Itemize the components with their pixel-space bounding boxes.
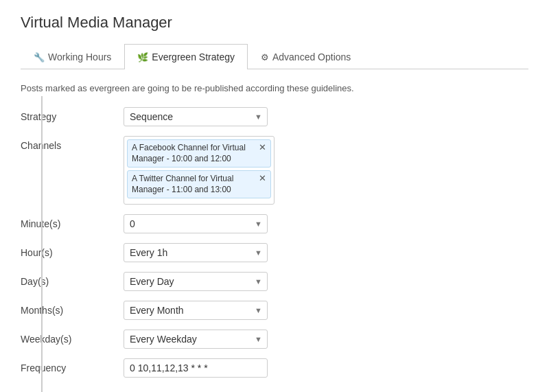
strategy-label: Strategy [21,107,110,122]
hours-control: Every 1h Every 2h Every 3h Every 6h Ever… [124,243,274,262]
page-container: Virtual Media Manager 🔧 Working Hours 🌿 … [0,0,549,391]
hours-select-wrapper: Every 1h Every 2h Every 3h Every 6h Ever… [124,243,268,262]
channels-label: Channels [21,136,110,151]
tab-evergreen-strategy-label: Evergreen Strategy [152,51,235,62]
days-select-wrapper: Every Day Monday Tuesday Wednesday Thurs… [124,272,268,291]
days-row: Day(s) Every Day Monday Tuesday Wednesda… [21,272,528,291]
weekdays-select[interactable]: Every Weekday Monday Tuesday Wednesday T… [124,330,268,349]
tab-working-hours-label: Working Hours [48,51,111,62]
strategy-select-wrapper: Sequence Random ▼ [124,107,268,126]
channels-box: A Facebook Channel for Virtual Manager -… [124,136,274,205]
months-select[interactable]: Every Month January February March April… [124,301,268,320]
tabs-container: 🔧 Working Hours 🌿 Evergreen Strategy ⚙ A… [21,44,528,69]
channel-tag-twitter: A Twitter Channel for Virtual Manager - … [127,170,271,198]
minutes-row: Minute(s) 0 15 30 45 ▼ [21,214,528,233]
months-label: Months(s) [21,301,110,316]
vertical-line [41,96,43,392]
channel-tag-facebook-text: A Facebook Channel for Virtual Manager -… [132,143,255,164]
channel-twitter-close-button[interactable]: ✕ [259,174,266,183]
strategy-select[interactable]: Sequence Random [124,107,268,126]
frequency-input[interactable] [124,358,268,378]
months-select-wrapper: Every Month January February March April… [124,301,268,320]
strategy-control: Sequence Random ▼ [124,107,274,126]
weekdays-label: Weekday(s) [21,330,110,345]
minutes-control: 0 15 30 45 ▼ [124,214,274,233]
weekdays-control: Every Weekday Monday Tuesday Wednesday T… [124,330,274,349]
channel-facebook-close-button[interactable]: ✕ [259,143,266,152]
evergreen-icon: 🌿 [137,52,148,62]
frequency-label: Frequency [21,358,110,373]
page-title: Virtual Media Manager [21,14,528,32]
channel-tag-facebook: A Facebook Channel for Virtual Manager -… [127,139,271,168]
working-hours-icon: 🔧 [34,52,45,62]
channel-tag-twitter-text: A Twitter Channel for Virtual Manager - … [132,174,255,195]
channels-control: A Facebook Channel for Virtual Manager -… [124,136,274,205]
days-control: Every Day Monday Tuesday Wednesday Thurs… [124,272,274,291]
weekdays-row: Weekday(s) Every Weekday Monday Tuesday … [21,330,528,349]
channels-row: Channels A Facebook Channel for Virtual … [21,136,528,205]
tab-advanced-options[interactable]: ⚙ Advanced Options [248,44,364,69]
months-control: Every Month January February March April… [124,301,274,320]
weekdays-select-wrapper: Every Weekday Monday Tuesday Wednesday T… [124,330,268,349]
days-select[interactable]: Every Day Monday Tuesday Wednesday Thurs… [124,272,268,291]
hours-select[interactable]: Every 1h Every 2h Every 3h Every 6h Ever… [124,243,268,262]
tab-advanced-options-label: Advanced Options [272,51,351,62]
hours-row: Hour(s) Every 1h Every 2h Every 3h Every… [21,243,528,262]
minutes-select-wrapper: 0 15 30 45 ▼ [124,214,268,233]
frequency-row: Frequency [21,358,528,378]
months-row: Months(s) Every Month January February M… [21,301,528,320]
days-label: Day(s) [21,272,110,287]
minutes-label: Minute(s) [21,214,110,229]
frequency-control [124,358,274,378]
tab-working-hours[interactable]: 🔧 Working Hours [21,44,124,69]
minutes-select[interactable]: 0 15 30 45 [124,214,268,233]
strategy-row: Strategy Sequence Random ▼ [21,107,528,126]
page-description: Posts marked as evergreen are going to b… [21,83,528,93]
advanced-options-icon: ⚙ [261,52,269,62]
tab-evergreen-strategy[interactable]: 🌿 Evergreen Strategy [124,44,248,69]
hours-label: Hour(s) [21,243,110,258]
form-section: Strategy Sequence Random ▼ Channels A Fa… [21,107,528,378]
